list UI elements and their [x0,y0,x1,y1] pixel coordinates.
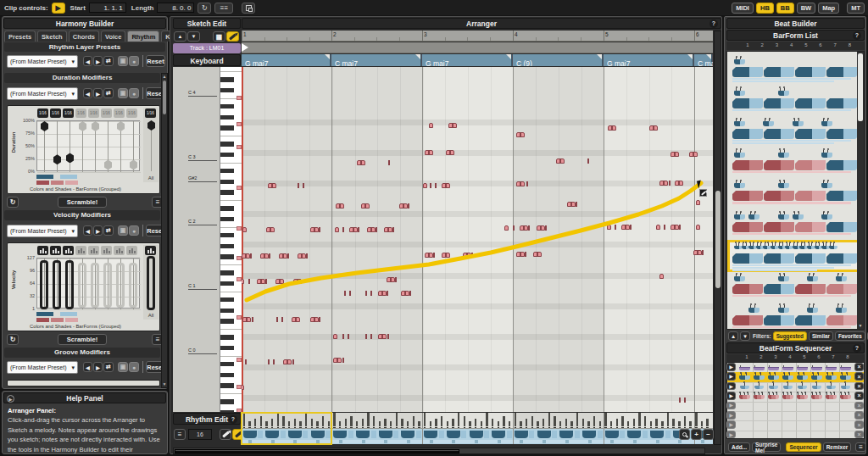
velocity-bar[interactable] [481,421,483,426]
black-key[interactable] [220,104,234,108]
note-pair[interactable] [242,317,251,322]
row-delete-icon[interactable]: × [854,392,864,400]
black-key[interactable] [220,254,234,259]
track-down-icon[interactable]: ▼ [187,31,200,42]
note-pair[interactable] [361,203,370,209]
velocity-scramble-button[interactable]: Scramble! [58,334,107,345]
help-icon[interactable]: ? [853,344,861,353]
mode-button-hb[interactable]: HB [756,3,774,14]
velocity-bar[interactable] [627,421,630,426]
velocity-bar[interactable] [582,419,585,426]
preset-next-icon[interactable]: ▶ [93,225,103,236]
preset-snapshot-icon[interactable]: ▣ [118,56,128,66]
surprise-me-button[interactable]: Surprise Me! [752,442,781,452]
rhythm-selection-box[interactable] [241,412,332,445]
black-key[interactable] [220,190,234,194]
note-pair[interactable] [442,183,450,188]
list-scroll-down-icon[interactable]: ▼ [857,321,864,330]
barform-beat-block[interactable] [559,431,573,438]
velocity-badge[interactable] [37,246,48,255]
velocity-range-slider[interactable] [78,263,86,308]
velocity-bar[interactable] [689,421,692,426]
velocity-badge-all[interactable] [145,246,156,255]
note-pair[interactable] [378,291,387,296]
note-pair[interactable] [463,253,471,258]
velocity-bar[interactable] [678,421,681,426]
velocity-bar[interactable] [492,419,494,426]
barform-item[interactable] [729,117,861,146]
barform-beat-block[interactable] [515,431,528,438]
velocity-bar[interactable] [537,421,539,426]
barform-beat-block[interactable] [356,431,370,438]
black-key[interactable] [220,281,234,286]
barform-bar[interactable] [732,67,858,77]
velocity-bar[interactable] [515,413,517,426]
zoom-out-icon[interactable]: − [703,429,714,440]
black-key[interactable] [220,309,234,313]
note-pair[interactable] [367,227,376,232]
note-pair[interactable] [399,203,408,209]
duration-badge[interactable]: 1/16 [50,108,61,118]
barform-item[interactable] [729,242,861,270]
barform-beat-block[interactable] [447,431,460,438]
velocity-range-slider[interactable] [103,263,112,308]
split-layout-icon[interactable]: ≡≡ [214,3,233,14]
barform-list[interactable]: ▼ [726,51,865,330]
note-pair[interactable] [333,358,342,363]
list-up-icon[interactable]: ▲ [728,331,738,341]
row-delete-icon[interactable]: × [854,363,864,371]
velocity-bar[interactable] [435,419,437,426]
playhead-strip[interactable] [242,42,713,53]
velocity-bar[interactable] [570,421,573,426]
preset-snapshot-icon[interactable]: ▣ [118,362,128,372]
black-key[interactable] [220,206,234,210]
note-pair[interactable] [425,150,433,155]
black-key[interactable] [220,319,234,323]
black-key[interactable] [220,270,234,275]
velocity-bar[interactable] [373,416,376,426]
preset-snapshot-icon[interactable]: ▣ [118,225,128,236]
chord-block[interactable]: G maj7 [422,54,512,66]
help-icon[interactable]: ? [853,31,861,40]
preset-record-icon[interactable]: ● [129,362,139,372]
velocity-bar[interactable] [565,419,568,426]
velocity-bar[interactable] [401,419,403,426]
barform-bar[interactable] [732,253,858,264]
velocity-bar[interactable] [486,413,488,426]
refresh-icon[interactable]: ↻ [7,334,19,345]
velocity-range-slider[interactable] [116,263,125,308]
barform-beat-block[interactable] [401,431,415,438]
velocity-bar[interactable] [604,413,607,426]
preset-dropdown[interactable]: (From Master Preset)▾ [7,55,78,68]
h-scrollbar-handle[interactable] [175,449,459,453]
note-single[interactable] [607,225,611,230]
v-scrollbar-handle[interactable] [715,191,721,288]
black-key[interactable] [220,244,234,248]
length-value-field[interactable]: 8. 0. 0 [157,3,194,13]
black-key[interactable] [220,180,234,184]
black-key[interactable] [220,346,234,350]
loop-icon[interactable]: ↻ [198,3,211,14]
barform-beat-block[interactable] [627,431,641,438]
preset-next-icon[interactable]: ▶ [93,56,103,66]
barform-beat-block[interactable] [582,431,596,438]
velocity-badge[interactable] [63,246,74,255]
add-button[interactable]: Add... [728,442,750,452]
preset-prev-icon[interactable]: ◀ [83,362,92,372]
note-pair[interactable] [292,317,300,322]
note-single[interactable] [333,334,337,339]
help-icon[interactable]: ? [709,19,718,28]
chord-block[interactable]: C maj7 [331,54,421,66]
velocity-bar[interactable] [542,419,545,426]
note-pair[interactable] [349,227,358,232]
barform-item[interactable] [729,55,861,84]
barform-item[interactable] [729,148,861,177]
note-pair[interactable] [357,160,365,165]
grid-select-icon[interactable]: ▦ [213,31,225,42]
velocity-bar[interactable] [520,421,522,426]
magnify-icon[interactable] [679,429,690,440]
preset-dropdown[interactable]: (From Master Preset)▾ [7,361,78,374]
preset-shuffle-icon[interactable]: ⇄ [103,362,114,372]
note-pair[interactable] [275,279,284,284]
row-play-icon[interactable]: ▶ [726,392,736,400]
